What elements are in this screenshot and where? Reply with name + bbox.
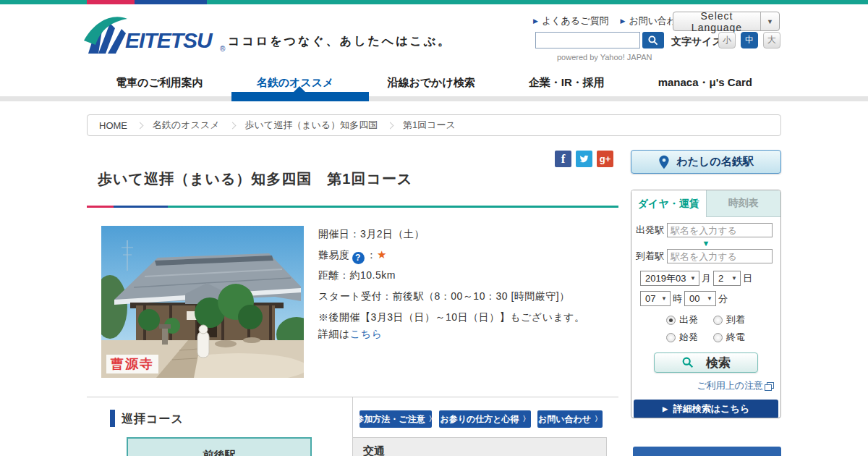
departure-station-input[interactable] bbox=[667, 223, 773, 237]
top-color-bar bbox=[0, 0, 868, 4]
facebook-icon[interactable]: f bbox=[555, 151, 571, 167]
social-share: f g+ bbox=[555, 151, 613, 167]
detail-note: ※後開催【3月3日（日）～10日（日）】もございます。 bbox=[318, 311, 585, 324]
tab-fare-schedule[interactable]: ダイヤ・運賃 bbox=[631, 190, 706, 217]
participation-guide-button[interactable]: 参加方法・ご注意 bbox=[359, 410, 432, 428]
nav-active-triangle-icon bbox=[293, 86, 306, 93]
radio-last-train[interactable]: 終電 bbox=[713, 331, 746, 344]
nav-item-manaca-card[interactable]: manaca・μ's Card bbox=[658, 76, 752, 90]
course-start-station-box: 前後駅 bbox=[127, 437, 312, 456]
transit-search-button[interactable]: 検索 bbox=[654, 352, 758, 373]
inquiry-button[interactable]: お問い合わせ bbox=[537, 410, 603, 428]
minute-unit-label: 分 bbox=[718, 292, 728, 305]
detail-more-prefix: 詳細は bbox=[318, 328, 350, 339]
language-selector[interactable]: Select Language ▼ bbox=[673, 12, 780, 31]
font-size-label: 文字サイズ bbox=[671, 35, 723, 48]
arrival-station-input[interactable] bbox=[667, 249, 773, 263]
radio-departure[interactable]: 出発 bbox=[666, 313, 699, 326]
radio-departure-label: 出発 bbox=[679, 313, 698, 326]
hour-unit-label: 時 bbox=[673, 292, 682, 305]
google-plus-icon[interactable]: g+ bbox=[597, 151, 613, 167]
breadcrumb-home[interactable]: HOME bbox=[88, 120, 137, 131]
nav-active-underline bbox=[231, 92, 369, 101]
hour-select[interactable]: 07 bbox=[640, 291, 671, 306]
arrival-station-label: 到着駅 bbox=[636, 250, 664, 263]
traffic-section-header: 交通 bbox=[352, 437, 607, 456]
location-pin-icon bbox=[658, 155, 670, 169]
search-icon bbox=[681, 356, 694, 369]
nav-item-train-guide[interactable]: 電車のご利用案内 bbox=[116, 76, 203, 90]
my-station-button[interactable]: わたしの名鉄駅 bbox=[631, 150, 781, 174]
font-size-medium-button[interactable]: 中 bbox=[741, 32, 758, 48]
question-help-icon[interactable]: ? bbox=[352, 252, 365, 264]
search-icon bbox=[647, 35, 659, 46]
departure-station-row: 出発駅 bbox=[636, 223, 776, 237]
detail-more: 詳細はこちら bbox=[318, 328, 382, 341]
faq-link[interactable]: よくあるご質問 bbox=[533, 14, 608, 28]
date-select-row: 2019年03 月 2 日 bbox=[640, 271, 780, 286]
radio-arrival-label: 到着 bbox=[726, 313, 745, 326]
minute-select[interactable]: 00 bbox=[684, 291, 716, 306]
difficulty-colon: ： bbox=[367, 249, 378, 261]
radio-dot-icon bbox=[713, 333, 723, 342]
difficulty-label: 難易度 bbox=[318, 249, 350, 261]
top-bar-blue-segment bbox=[135, 0, 207, 4]
my-station-label: わたしの名鉄駅 bbox=[676, 155, 753, 169]
worship-manner-button[interactable]: お参りの仕方と心得 bbox=[439, 410, 531, 428]
breadcrumb-pilgrimage[interactable]: 歩いて巡拝（まいる）知多四国 bbox=[235, 119, 388, 132]
nav-bottom-strip bbox=[0, 96, 868, 101]
breadcrumb-recommend[interactable]: 名鉄のオススメ bbox=[142, 119, 230, 132]
twitter-icon[interactable] bbox=[576, 151, 592, 167]
breadcrumb: HOME 名鉄のオススメ 歩いて巡拝（まいる）知多四国 第1回コース bbox=[87, 114, 781, 136]
sidebar-banner-partial[interactable] bbox=[633, 447, 781, 456]
advanced-search-button[interactable]: 詳細検索はこちら bbox=[634, 400, 778, 418]
radio-dot-icon bbox=[666, 316, 676, 325]
transit-search-label: 検索 bbox=[706, 355, 731, 371]
photo-caption-temple-name: 曹源寺 bbox=[106, 355, 158, 373]
breadcrumb-current: 第1回コース bbox=[393, 119, 466, 132]
title-underline-teal bbox=[168, 206, 618, 208]
nav-item-corporate[interactable]: 企業・IR・採用 bbox=[529, 76, 605, 90]
page-title: 歩いて巡拝（まいる）知多四国 第1回コース bbox=[98, 169, 412, 189]
external-link-icon bbox=[767, 382, 774, 389]
logo-wordmark: EITETSU bbox=[125, 28, 212, 53]
day-select[interactable]: 2 bbox=[713, 271, 741, 286]
site-search-input[interactable] bbox=[535, 32, 640, 48]
nav-item-odekake-search[interactable]: 沿線おでかけ検索 bbox=[387, 76, 475, 90]
detail-difficulty: 難易度?：★ bbox=[318, 248, 387, 264]
usage-notice-label: ご利用上の注意 bbox=[697, 380, 763, 391]
global-nav: 電車のご利用案内 名鉄のオススメ 沿線おでかけ検索 企業・IR・採用 manac… bbox=[87, 69, 781, 96]
detail-distance: 距離：約10.5km bbox=[318, 269, 396, 282]
radio-arrival[interactable]: 到着 bbox=[713, 313, 746, 326]
title-underline-red bbox=[87, 206, 114, 208]
usage-notice-link[interactable]: ご利用上の注意 bbox=[631, 379, 780, 392]
detail-more-link[interactable]: こちら bbox=[350, 328, 382, 339]
detail-date: 開催日：3月2日（土） bbox=[318, 228, 425, 241]
departure-station-label: 出発駅 bbox=[636, 224, 664, 237]
meitetsu-logo[interactable]: EITETSU ® bbox=[84, 13, 229, 56]
brand-tagline: ココロをつなぐ、あしたへはこぶ。 bbox=[228, 34, 451, 49]
radio-first-train[interactable]: 始発 bbox=[666, 331, 699, 344]
year-month-select[interactable]: 2019年03 bbox=[640, 271, 699, 286]
title-underline-blue bbox=[114, 206, 168, 208]
top-bar-red-segment bbox=[87, 0, 135, 4]
search-type-radios: 出発 到着 始発 終電 bbox=[631, 313, 780, 344]
powered-by-label: powered by Yahoo! JAPAN bbox=[557, 53, 652, 62]
course-section-heading: 巡拝コース bbox=[122, 412, 184, 427]
header-utility-links: よくあるご質問 お問い合わせ bbox=[533, 14, 686, 28]
day-unit-label: 日 bbox=[743, 272, 752, 285]
time-select-row: 07 時 00 分 bbox=[640, 291, 780, 306]
month-unit-label: 月 bbox=[702, 272, 711, 285]
difficulty-star-icon: ★ bbox=[377, 248, 387, 261]
radio-last-train-label: 終電 bbox=[726, 331, 745, 344]
radio-dot-icon bbox=[713, 316, 723, 325]
page: EITETSU ® ココロをつなぐ、あしたへはこぶ。 よくあるご質問 お問い合わ… bbox=[0, 0, 868, 456]
course-heading-bar bbox=[110, 410, 115, 427]
logo-m-icon bbox=[84, 14, 129, 56]
font-size-large-button[interactable]: 大 bbox=[763, 32, 780, 48]
font-size-small-button[interactable]: 小 bbox=[718, 32, 736, 48]
site-search-button[interactable] bbox=[642, 32, 664, 48]
detail-start-reception: スタート受付：前後駅（8：00～10：30 [時間厳守]） bbox=[318, 290, 570, 303]
tab-timetable[interactable]: 時刻表 bbox=[706, 190, 781, 217]
course-photo: 曹源寺 bbox=[101, 226, 304, 378]
